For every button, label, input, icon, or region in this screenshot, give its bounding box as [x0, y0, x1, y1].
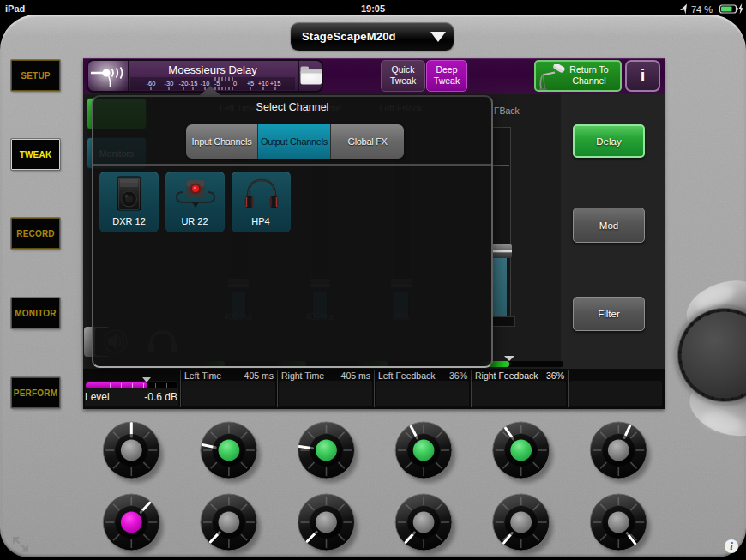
svg-text:+5: +5: [247, 80, 255, 87]
svg-text:+15: +15: [270, 80, 281, 87]
svg-text:-30: -30: [165, 80, 174, 87]
svg-text:+10: +10: [258, 80, 269, 87]
svg-text:-60: -60: [147, 80, 156, 87]
svg-text:-15: -15: [189, 80, 198, 87]
svg-text:0: 0: [233, 80, 237, 87]
svg-text:-20: -20: [179, 80, 189, 87]
svg-text:74 %: 74 %: [691, 4, 713, 15]
